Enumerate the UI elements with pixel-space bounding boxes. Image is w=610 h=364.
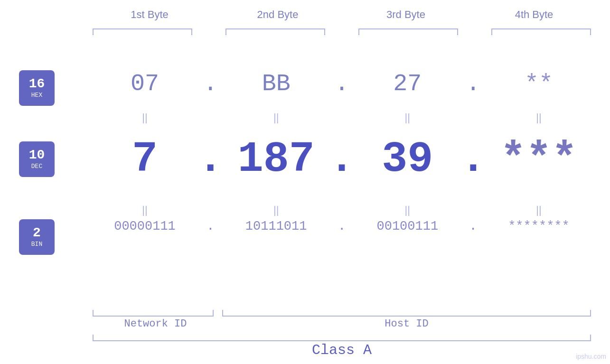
watermark: ipshu.com	[576, 353, 606, 360]
byte2-label: 2nd Byte	[221, 9, 335, 21]
page: 1st Byte 2nd Byte 3rd Byte 4th Byte 16 H…	[0, 0, 610, 364]
hex-dot3: .	[460, 70, 486, 97]
byte3-label: 3rd Byte	[349, 9, 463, 21]
hex-badge-number: 16	[29, 77, 45, 91]
hex-dot2: .	[328, 70, 355, 97]
hex-byte4: **	[487, 70, 591, 97]
bracket-byte4	[491, 28, 591, 35]
bin-byte3: 00100111	[355, 219, 460, 233]
eq1-sym3: ||	[355, 112, 460, 124]
hex-byte2: BB	[224, 70, 328, 97]
hex-badge: 16 HEX	[19, 70, 55, 106]
hex-byte1: 07	[93, 70, 197, 97]
dec-byte1: 7	[93, 135, 197, 184]
dec-badge-label: DEC	[31, 163, 42, 170]
host-id-label: Host ID	[222, 318, 591, 330]
bin-dot1: .	[197, 219, 224, 233]
class-label: Class A	[93, 342, 591, 358]
dec-byte3: 39	[355, 135, 460, 184]
dec-dot1: .	[197, 135, 224, 184]
byte1-label: 1st Byte	[93, 9, 206, 21]
bin-byte2: 10111011	[224, 219, 328, 233]
eq1-sym1: ||	[93, 112, 197, 124]
bin-badge: 2 BIN	[19, 219, 55, 255]
dec-byte2: 187	[224, 135, 328, 184]
dec-badge: 10 DEC	[19, 141, 55, 177]
dec-dot2: .	[328, 135, 355, 184]
byte-headers: 1st Byte 2nd Byte 3rd Byte 4th Byte	[93, 9, 591, 21]
bin-badge-label: BIN	[31, 241, 42, 248]
bracket-byte2	[225, 28, 325, 35]
bin-byte1: 00000111	[93, 219, 197, 233]
full-bottom-bracket	[93, 335, 591, 341]
hex-dot1: .	[197, 70, 224, 97]
eq2-sym2: ||	[224, 204, 328, 216]
network-id-label: Network ID	[93, 318, 218, 330]
network-id-bracket	[93, 310, 214, 317]
dec-row: 7 . 187 . 39 . ***	[93, 135, 591, 184]
eq1-sym4: ||	[487, 112, 591, 124]
eq2-sym1: ||	[93, 204, 197, 216]
bin-badge-number: 2	[33, 226, 41, 240]
bin-row: 00000111 . 10111011 . 00100111 . *******…	[93, 219, 591, 233]
eq-row-1: || || || ||	[93, 112, 591, 124]
hex-badge-label: HEX	[31, 92, 42, 99]
eq2-sym3: ||	[355, 204, 460, 216]
eq-row-2: || || || ||	[93, 204, 591, 216]
bin-byte4: ********	[487, 219, 591, 233]
dec-dot3: .	[460, 135, 486, 184]
hex-row: 07 . BB . 27 . **	[93, 70, 591, 97]
dec-badge-number: 10	[29, 149, 45, 162]
bracket-byte1	[93, 28, 192, 35]
host-id-bracket	[222, 310, 591, 317]
byte4-label: 4th Byte	[477, 9, 591, 21]
eq1-sym2: ||	[224, 112, 328, 124]
hex-byte3: 27	[355, 70, 460, 97]
bin-dot3: .	[460, 219, 486, 233]
top-brackets	[93, 28, 591, 35]
bin-dot2: .	[328, 219, 355, 233]
dec-byte4: ***	[487, 135, 591, 184]
bracket-byte3	[358, 28, 458, 35]
eq2-sym4: ||	[487, 204, 591, 216]
